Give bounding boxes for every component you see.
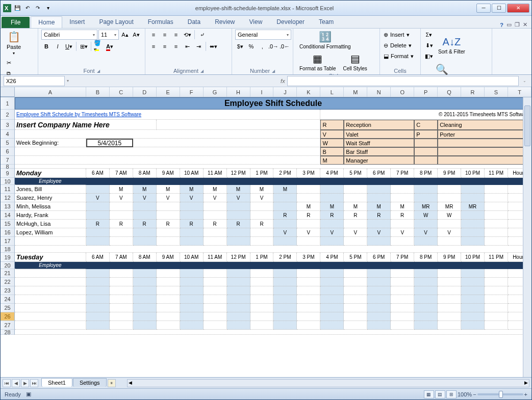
shift-cell[interactable] <box>461 211 485 220</box>
shift-cell[interactable]: MR <box>414 202 438 211</box>
row-header[interactable]: 17 <box>1 237 15 246</box>
shift-cell[interactable] <box>110 321 133 330</box>
shift-cell[interactable] <box>485 211 508 220</box>
shift-cell[interactable] <box>344 321 367 330</box>
select-all-corner[interactable] <box>1 87 15 97</box>
shift-cell[interactable] <box>86 185 110 194</box>
shift-cell[interactable] <box>320 269 344 278</box>
shift-cell[interactable]: M <box>297 202 320 211</box>
shift-cell[interactable] <box>485 194 508 202</box>
employee-name[interactable] <box>15 269 86 278</box>
shift-cell[interactable] <box>273 202 297 211</box>
cell[interactable] <box>15 130 320 139</box>
shift-cell[interactable] <box>204 321 227 330</box>
shift-cell[interactable] <box>485 202 508 211</box>
shift-cell[interactable] <box>86 228 110 237</box>
employee-name[interactable] <box>15 286 86 295</box>
column-header[interactable]: C <box>110 87 133 97</box>
employee-name[interactable] <box>15 295 86 304</box>
shift-cell[interactable] <box>367 185 391 194</box>
column-header[interactable]: N <box>367 87 391 97</box>
shift-cell[interactable] <box>227 321 250 330</box>
shift-cell[interactable] <box>461 269 485 278</box>
merge-center-icon[interactable]: ⬌▾ <box>208 41 218 51</box>
shift-cell[interactable] <box>204 286 227 295</box>
shift-cell[interactable] <box>250 295 274 304</box>
shift-cell[interactable] <box>414 312 438 321</box>
shift-cell[interactable] <box>391 237 414 246</box>
shift-cell[interactable] <box>86 278 110 286</box>
clear-icon[interactable]: ◧▾ <box>424 51 434 61</box>
column-header[interactable]: J <box>273 87 297 97</box>
shift-cell[interactable] <box>391 304 414 312</box>
shift-cell[interactable] <box>86 312 110 321</box>
shift-cell[interactable] <box>110 295 133 304</box>
cell[interactable] <box>15 246 531 253</box>
row-header[interactable]: 24 <box>1 295 15 304</box>
shift-cell[interactable]: M <box>157 185 180 194</box>
shift-cell[interactable] <box>438 304 461 312</box>
undo-icon[interactable]: ↶ <box>23 4 32 13</box>
shift-cell[interactable] <box>133 202 157 211</box>
shift-cell[interactable] <box>438 269 461 278</box>
shift-cell[interactable] <box>86 295 110 304</box>
shift-cell[interactable] <box>157 278 180 286</box>
shift-cell[interactable] <box>180 278 204 286</box>
shift-cell[interactable] <box>204 269 227 278</box>
shift-cell[interactable] <box>414 194 438 202</box>
shift-cell[interactable]: V <box>367 228 391 237</box>
shift-cell[interactable] <box>438 185 461 194</box>
cell[interactable] <box>180 178 204 185</box>
cell[interactable] <box>461 178 485 185</box>
shift-cell[interactable] <box>180 269 204 278</box>
shift-cell[interactable] <box>485 295 508 304</box>
close-workbook-icon[interactable]: ✕ <box>523 21 527 28</box>
shift-cell[interactable] <box>344 237 367 246</box>
shift-cell[interactable] <box>461 194 485 202</box>
shift-cell[interactable] <box>86 269 110 278</box>
increase-decimal-icon[interactable]: .0→ <box>268 41 278 51</box>
shift-cell[interactable] <box>320 220 344 228</box>
minimize-button[interactable]: ─ <box>476 4 491 13</box>
shift-cell[interactable] <box>227 312 250 321</box>
shift-cell[interactable] <box>297 194 320 202</box>
shift-cell[interactable] <box>320 312 344 321</box>
shift-cell[interactable] <box>250 269 274 278</box>
shift-cell[interactable] <box>438 312 461 321</box>
page-layout-view-icon[interactable]: ▤ <box>435 390 445 398</box>
shift-cell[interactable] <box>297 312 320 321</box>
employee-name[interactable]: Hardy, Frank <box>15 211 86 220</box>
zoom-in-icon[interactable]: + <box>524 391 527 397</box>
shift-cell[interactable] <box>133 321 157 330</box>
shift-cell[interactable] <box>227 278 250 286</box>
shift-cell[interactable] <box>204 202 227 211</box>
shift-cell[interactable] <box>133 312 157 321</box>
shift-cell[interactable] <box>273 295 297 304</box>
shift-cell[interactable] <box>250 237 274 246</box>
tab-review[interactable]: Review <box>208 16 242 28</box>
row-header[interactable]: 22 <box>1 278 15 286</box>
shift-cell[interactable] <box>344 304 367 312</box>
shift-cell[interactable] <box>86 211 110 220</box>
shift-cell[interactable] <box>344 185 367 194</box>
shift-cell[interactable] <box>86 286 110 295</box>
shift-cell[interactable] <box>414 304 438 312</box>
shift-cell[interactable] <box>273 278 297 286</box>
shift-cell[interactable]: M <box>133 185 157 194</box>
cell[interactable] <box>297 178 320 185</box>
cell[interactable] <box>344 262 367 269</box>
shift-cell[interactable]: MR <box>461 202 485 211</box>
shift-cell[interactable] <box>227 211 250 220</box>
cell[interactable] <box>320 262 344 269</box>
row-header[interactable]: 11 <box>1 185 15 194</box>
fx-icon[interactable]: fx <box>281 78 285 84</box>
cell[interactable] <box>227 178 250 185</box>
row-header[interactable]: 1 <box>1 97 15 110</box>
shift-cell[interactable] <box>227 237 250 246</box>
shift-cell[interactable] <box>344 220 367 228</box>
shift-cell[interactable] <box>273 269 297 278</box>
wrap-text-icon[interactable]: ⤶ <box>197 30 207 40</box>
conditional-formatting-button[interactable]: 🔢Conditional Formatting <box>296 30 354 50</box>
orientation-icon[interactable]: ⟲▾ <box>182 30 192 40</box>
shift-cell[interactable] <box>157 286 180 295</box>
